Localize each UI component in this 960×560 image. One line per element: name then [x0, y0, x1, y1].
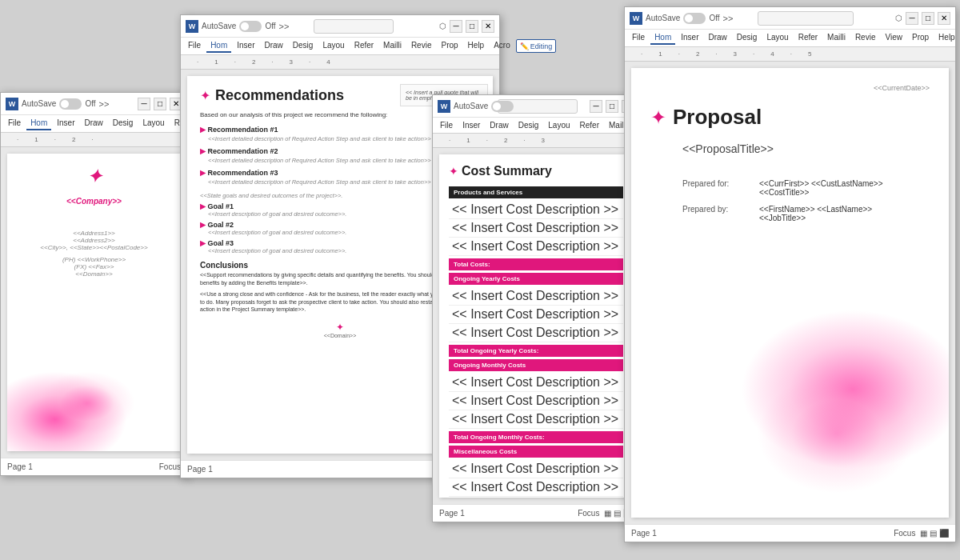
tab-layout-4[interactable]: Layou	[762, 31, 792, 45]
maximize-btn-3[interactable]: □	[606, 100, 618, 113]
misc-header: Miscellaneous Costs	[449, 446, 623, 458]
doc-content-3: ✦ Cost Summary Products and Services << …	[433, 148, 639, 504]
ruler-1: ·1·2·	[1, 133, 187, 147]
ribbon-4: File Hom Inser Draw Desig Layou Refer Ma…	[625, 30, 955, 47]
autosave-toggle-2[interactable]	[239, 21, 262, 32]
focus-label-1: Focus	[159, 462, 181, 471]
tab-review-2[interactable]: Revie	[407, 39, 436, 53]
word-icon-4: W	[630, 12, 642, 25]
company-name: <<Company>>	[20, 197, 168, 206]
tab-draw-4[interactable]: Draw	[704, 31, 730, 45]
tab-home-4[interactable]: Hom	[650, 31, 675, 45]
tab-file-4[interactable]: File	[628, 31, 649, 45]
window-proposal[interactable]: W AutoSave Off >> ⬡ ─ □ ✕ File Hom Inser…	[624, 6, 956, 542]
share-icon-2[interactable]: ⬡	[439, 22, 446, 30]
prepared-for-value: <<CurrFirst>> <<CustLastName>>	[759, 179, 883, 188]
tab-layout-3[interactable]: Layou	[544, 119, 574, 131]
misc-row-3: << Insert Cost Description >>	[449, 497, 623, 498]
page-label-4: Page 1	[631, 529, 657, 538]
maximize-btn-2[interactable]: □	[466, 20, 478, 33]
ruler-2: ·1·2·3·4	[181, 55, 499, 70]
prepared-by-label: Prepared by:	[682, 205, 746, 222]
citystate: <<City>>, <<State>><<PostalCode>>	[20, 244, 168, 251]
ribbon-3: File Inser Draw Desig Layou Refer Mailli…	[433, 118, 639, 134]
tab-draw-2[interactable]: Draw	[260, 39, 286, 53]
minimize-btn-3[interactable]: ─	[590, 100, 602, 113]
close-btn-4[interactable]: ✕	[938, 12, 950, 25]
tab-review-4[interactable]: Revie	[851, 31, 880, 45]
window-company[interactable]: W AutoSave Off >> ─ □ ✕ File Hom Inser D…	[0, 92, 188, 476]
prepared-for-label: Prepared for:	[682, 179, 746, 197]
tab-mail-4[interactable]: Mailli	[823, 31, 850, 45]
yearly-row-2: << Insert Cost Description >>	[449, 306, 623, 324]
title-arrows-1: >>	[99, 99, 110, 109]
yearly-row-1: << Insert Cost Description >>	[449, 287, 623, 306]
autosave-toggle-4[interactable]	[683, 13, 706, 24]
domain-1: <<Domain>>	[20, 270, 168, 278]
pink-smoke-1	[7, 371, 127, 451]
tab-draw-1[interactable]: Draw	[80, 117, 106, 130]
close-btn-2[interactable]: ✕	[482, 20, 494, 33]
proposal-title: <<ProposalTitle>>	[682, 142, 930, 155]
tab-prop-2[interactable]: Prop	[437, 39, 462, 53]
window-cost-summary[interactable]: W AutoSave Off >> ─ □ ✕ File Inser Draw …	[432, 94, 640, 522]
title-bar-4: W AutoSave Off >> ⬡ ─ □ ✕	[625, 7, 955, 30]
tab-refer-4[interactable]: Refer	[794, 31, 822, 45]
tab-file-2[interactable]: File	[184, 39, 205, 53]
ongoing-yearly-header: Ongoing Yearly Costs	[449, 273, 623, 285]
tab-design-2[interactable]: Desig	[289, 39, 318, 53]
tab-insert-2[interactable]: Inser	[233, 39, 258, 53]
maximize-btn-1[interactable]: □	[154, 98, 166, 110]
tab-design-3[interactable]: Desig	[514, 119, 543, 131]
autosave-toggle-1[interactable]	[59, 98, 82, 110]
tab-insert-4[interactable]: Inser	[677, 31, 702, 45]
maximize-btn-4[interactable]: □	[922, 12, 934, 25]
minimize-btn-4[interactable]: ─	[906, 12, 918, 25]
search-box-4[interactable]	[758, 11, 854, 26]
tab-layout-1[interactable]: Layou	[138, 117, 168, 130]
tab-home-1[interactable]: Hom	[26, 117, 51, 130]
tab-ref-3[interactable]: Refer	[576, 119, 603, 131]
tab-prop-4[interactable]: Prop	[908, 31, 933, 45]
monthly-row-2: << Insert Cost Description >>	[449, 392, 623, 410]
editing-badge-2: ✏️ Editing	[516, 39, 557, 53]
tab-insert-1[interactable]: Inser	[53, 117, 78, 130]
status-bar-4: Page 1 Focus ▦ ▤ ⬛	[625, 524, 955, 542]
search-box-2[interactable]	[314, 19, 394, 34]
tab-home-2[interactable]: Hom	[206, 39, 231, 53]
tab-help-2[interactable]: Help	[464, 39, 489, 53]
pink-smoke-4b	[757, 374, 917, 494]
products-services-header: Products and Services	[449, 186, 623, 198]
phone: (PH) <<WorkPhone>>	[20, 256, 168, 263]
share-icon-4[interactable]: ⬡	[895, 14, 902, 22]
doc-heading-3: Cost Summary	[462, 164, 552, 178]
tab-design-4[interactable]: Desig	[733, 31, 762, 45]
total-costs-bar: Total Costs:	[449, 258, 623, 270]
word-icon-3: W	[438, 100, 450, 113]
fax: (FX) <<Fax>>	[20, 263, 168, 270]
address2: <<Address2>>	[20, 237, 168, 244]
minimize-btn-2[interactable]: ─	[450, 20, 462, 33]
tab-view-4[interactable]: View	[881, 31, 906, 45]
tab-file-1[interactable]: File	[4, 117, 25, 130]
status-bar-1: Page 1 Focus	[1, 458, 187, 475]
autosave-toggle-3[interactable]	[491, 101, 514, 112]
toggle-off-4: Off	[709, 14, 719, 22]
minimize-btn-1[interactable]: ─	[138, 98, 150, 110]
cost-row-1: << Insert Cost Description >>	[449, 201, 623, 219]
tab-file-3[interactable]: File	[436, 119, 457, 131]
tab-draw-3[interactable]: Draw	[486, 119, 512, 131]
tab-mail-2[interactable]: Mailli	[379, 39, 406, 53]
monthly-row-3: << Insert Cost Description >>	[449, 410, 623, 429]
tab-insert-3[interactable]: Inser	[458, 119, 484, 131]
brand-logo-1: ✦	[87, 166, 102, 187]
tab-help-4[interactable]: Help	[934, 31, 959, 45]
tab-layout-2[interactable]: Layou	[318, 39, 348, 53]
word-icon-1: W	[6, 98, 18, 110]
tab-ref-2[interactable]: Refer	[350, 39, 378, 53]
tab-design-1[interactable]: Desig	[109, 117, 138, 130]
doc-heading-2: Recommendations	[215, 87, 344, 104]
pink-smoke-4	[741, 310, 949, 470]
page-label-2: Page 1	[187, 465, 213, 474]
tab-acro-2[interactable]: Acro	[490, 39, 514, 53]
